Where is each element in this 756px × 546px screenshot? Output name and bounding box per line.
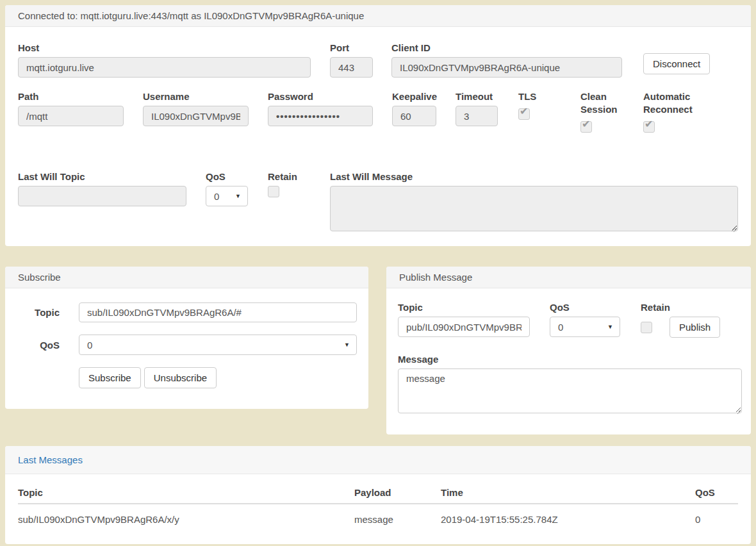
message-topic-cell: sub/IL090xDnGTVMpv9BRAgR6A/x/y	[18, 504, 354, 528]
last-will-qos-field-group: QoS 0 ▼	[206, 170, 248, 206]
timeout-label: Timeout	[456, 90, 498, 103]
host-label: Host	[18, 42, 311, 54]
page: Connected to: mqtt.iotguru.live:443/mqtt…	[0, 0, 756, 546]
check-icon: ✔	[582, 119, 590, 130]
subscribe-qos-value: 0	[87, 340, 92, 351]
table-row: sub/IL090xDnGTVMpv9BRAgR6A/x/y message 2…	[18, 504, 738, 528]
middle-row: Subscribe Topic QoS 0 ▼	[5, 267, 751, 434]
password-label: Password	[268, 90, 373, 103]
tls-checkbox: ✔	[518, 108, 530, 120]
port-input	[330, 57, 373, 78]
last-will-message-label: Last Will Message	[330, 170, 738, 183]
client-id-field-group: Client ID	[391, 42, 622, 78]
subscribe-panel: Subscribe Topic QoS 0 ▼	[5, 267, 368, 409]
table-header-row: Topic Payload Time QoS	[18, 487, 738, 504]
timeout-input	[456, 106, 498, 126]
connection-status-bar: Connected to: mqtt.iotguru.live:443/mqtt…	[5, 5, 751, 27]
last-messages-heading: Last Messages	[5, 446, 751, 474]
publish-panel-title: Publish Message	[399, 272, 472, 283]
last-messages-title: Last Messages	[18, 454, 83, 465]
keepalive-label: Keepalive	[392, 90, 436, 103]
clean-session-label: Clean Session	[580, 90, 624, 116]
column-header-topic: Topic	[18, 487, 354, 504]
client-id-input	[391, 57, 622, 78]
column-header-time: Time	[441, 487, 695, 504]
subscribe-panel-title: Subscribe	[18, 272, 61, 283]
publish-retain-label: Retain	[641, 301, 720, 314]
last-will-qos-value: 0	[214, 191, 219, 202]
host-input	[18, 57, 311, 78]
last-will-message-field-group: Last Will Message	[330, 170, 738, 233]
message-time-cell: 2019-04-19T15:55:25.784Z	[441, 504, 695, 528]
path-field-group: Path	[18, 90, 124, 126]
connection-form: Host Port Client ID Disconnect Path	[5, 27, 751, 246]
publish-qos-label: QoS	[550, 301, 620, 314]
chevron-down-icon: ▼	[235, 193, 241, 199]
subscribe-panel-heading: Subscribe	[5, 267, 368, 288]
connection-panel: Connected to: mqtt.iotguru.live:443/mqtt…	[5, 5, 751, 246]
last-will-retain-label: Retain	[268, 170, 311, 183]
last-will-message-textarea	[330, 186, 738, 231]
publish-qos-value: 0	[558, 322, 563, 333]
publish-retain-checkbox[interactable]	[641, 322, 652, 333]
connection-status-text: Connected to: mqtt.iotguru.live:443/mqtt…	[18, 10, 364, 21]
subscribe-topic-input[interactable]	[79, 302, 357, 322]
last-will-topic-field-group: Last Will Topic	[18, 170, 186, 206]
last-will-topic-label: Last Will Topic	[18, 170, 186, 183]
subscribe-form: Topic QoS 0 ▼ Subscribe	[5, 288, 368, 409]
tls-label: TLS	[518, 90, 561, 103]
publish-qos-select[interactable]: 0 ▼	[550, 317, 620, 337]
publish-message-textarea[interactable]: message	[398, 368, 742, 413]
last-will-topic-input	[18, 186, 186, 206]
publish-form: Topic QoS 0 ▼ Retain Pu	[386, 288, 751, 434]
publish-topic-field-group: Topic	[398, 301, 530, 337]
publish-topic-label: Topic	[398, 301, 530, 314]
subscribe-qos-row: QoS 0 ▼	[18, 335, 357, 355]
last-messages-panel: Last Messages Topic Payload Time QoS	[5, 446, 751, 544]
publish-topic-input[interactable]	[398, 317, 530, 337]
subscribe-topic-label: Topic	[18, 307, 60, 318]
check-icon: ✔	[645, 119, 653, 130]
keepalive-field-group: Keepalive	[392, 90, 436, 126]
publish-retain-field-group: Retain Publish	[641, 301, 720, 338]
column-header-qos: QoS	[695, 487, 738, 504]
password-field-group: Password	[268, 90, 373, 126]
publish-button[interactable]: Publish	[670, 317, 720, 338]
unsubscribe-button[interactable]: Unsubscribe	[144, 367, 217, 388]
publish-qos-field-group: QoS 0 ▼	[550, 301, 620, 337]
subscribe-qos-select[interactable]: 0 ▼	[79, 335, 357, 355]
client-id-label: Client ID	[391, 42, 622, 54]
last-will-row: Last Will Topic QoS 0 ▼ Retain Last Will…	[18, 170, 738, 233]
username-field-group: Username	[143, 90, 249, 126]
last-will-retain-field-group: Retain	[268, 170, 311, 197]
publish-message-label: Message	[398, 353, 742, 366]
automatic-reconnect-field-group: Automatic Reconnect ✔	[643, 90, 704, 133]
subscribe-qos-label: QoS	[18, 340, 60, 351]
column-header-payload: Payload	[354, 487, 441, 504]
subscribe-topic-row: Topic	[18, 302, 357, 322]
message-payload-cell: message	[354, 504, 441, 528]
subscribe-button[interactable]: Subscribe	[79, 367, 141, 388]
chevron-down-icon: ▼	[607, 324, 613, 330]
automatic-reconnect-label: Automatic Reconnect	[643, 90, 704, 116]
disconnect-group: Disconnect	[643, 42, 710, 74]
chevron-down-icon: ▼	[344, 342, 350, 348]
username-label: Username	[143, 90, 249, 103]
clean-session-checkbox: ✔	[580, 121, 592, 133]
publish-row-1: Topic QoS 0 ▼ Retain Pu	[398, 301, 742, 338]
subscribe-buttons-row: Subscribe Unsubscribe	[79, 367, 357, 388]
message-qos-cell: 0	[695, 504, 738, 528]
password-input	[268, 106, 373, 126]
host-field-group: Host	[18, 42, 311, 78]
tls-field-group: TLS ✔	[518, 90, 561, 120]
timeout-field-group: Timeout	[456, 90, 498, 126]
last-will-qos-select: 0 ▼	[206, 186, 248, 206]
last-will-qos-label: QoS	[206, 170, 248, 183]
path-label: Path	[18, 90, 124, 103]
port-label: Port	[330, 42, 373, 54]
publish-panel-heading: Publish Message	[386, 267, 751, 288]
publish-message-field-group: Message message	[398, 353, 742, 415]
username-input	[143, 106, 249, 126]
connection-row-1: Host Port Client ID Disconnect	[18, 42, 738, 78]
disconnect-button[interactable]: Disconnect	[643, 53, 710, 74]
